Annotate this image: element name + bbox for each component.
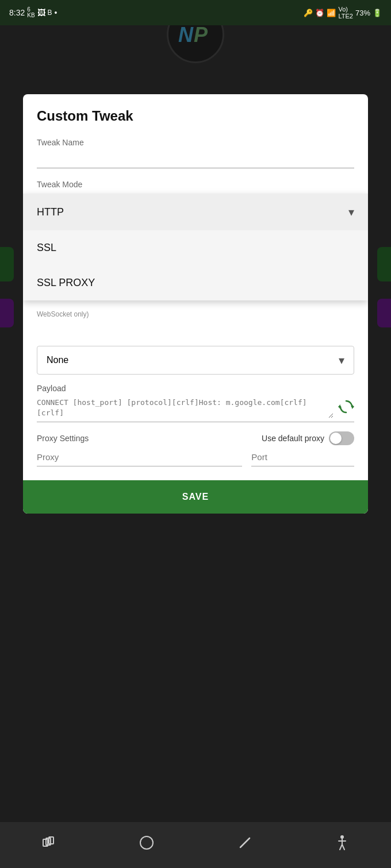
svg-line-15: [340, 844, 342, 850]
proxy-input[interactable]: [37, 452, 242, 462]
use-default-row: Use default proxy: [262, 431, 354, 445]
dropdown-open-panel: HTTP SSL SSL PROXY: [23, 194, 368, 300]
toggle-knob: [330, 433, 342, 444]
payload-label: Payload: [37, 384, 354, 393]
svg-line-16: [342, 844, 344, 850]
payload-input-row: [37, 398, 354, 422]
key-icon: 🔑: [304, 9, 313, 17]
second-dropdown-section: WebSocket only) None: [37, 310, 354, 375]
dialog-title: Custom Tweak: [37, 108, 354, 124]
battery-percent: 73%: [355, 9, 370, 17]
nav-accessibility[interactable]: [335, 835, 349, 851]
dropdown-item-ssl[interactable]: SSL: [23, 230, 368, 265]
http-option-label: HTTP: [37, 206, 64, 218]
use-default-proxy-toggle[interactable]: [329, 431, 354, 445]
nav-recent[interactable]: [42, 836, 56, 850]
signal-strength: Vo)LTE2: [338, 6, 352, 20]
save-button[interactable]: SAVE: [23, 480, 368, 514]
data-speed: 6KB: [27, 7, 34, 18]
ssl-option-label: SSL: [37, 242, 56, 254]
payload-section: Payload: [37, 384, 354, 422]
svg-marker-5: [352, 404, 354, 409]
dropdown-item-http[interactable]: HTTP: [23, 194, 368, 230]
tweak-mode-label: Tweak Mode: [37, 180, 354, 189]
payload-input[interactable]: [37, 398, 334, 418]
nav-back[interactable]: [238, 836, 252, 850]
tweak-name-input[interactable]: [37, 151, 354, 168]
refresh-icon[interactable]: [338, 399, 354, 418]
time: 8:32: [9, 8, 25, 17]
none-dropdown[interactable]: None: [37, 346, 354, 375]
dropdown-item-ssl-proxy[interactable]: SSL PROXY: [23, 265, 368, 300]
proxy-port-row: [37, 452, 354, 466]
notification-icon: B: [48, 9, 52, 17]
tweak-name-label: Tweak Name: [37, 138, 354, 147]
gallery-icon: 🖼: [37, 8, 45, 17]
use-default-proxy-label: Use default proxy: [262, 434, 324, 443]
custom-tweak-dialog: Custom Tweak Tweak Name Tweak Mode HTTP …: [23, 94, 368, 514]
tweak-mode-dropdown[interactable]: HTTP SSL SSL PROXY: [37, 194, 354, 306]
status-bar: 8:32 6KB 🖼 B • 🔑 ⏰ 📶 Vo)LTE2 73% 🔋: [0, 0, 391, 25]
battery-icon: 🔋: [373, 9, 382, 17]
proxy-settings-row: Proxy Settings Use default proxy: [37, 431, 354, 445]
proxy-settings-label: Proxy Settings: [37, 434, 89, 443]
websocket-label: WebSocket only): [37, 310, 354, 318]
wifi-icon: 📶: [327, 9, 336, 17]
svg-line-11: [240, 838, 250, 847]
alarm-icon: ⏰: [315, 9, 324, 17]
chevron-down-icon: [348, 205, 354, 219]
nav-home[interactable]: [139, 835, 154, 850]
status-bar-right: 🔑 ⏰ 📶 Vo)LTE2 73% 🔋: [304, 6, 382, 20]
proxy-input-wrap: [37, 452, 242, 466]
dot-indicator: •: [55, 8, 57, 17]
port-input-wrap: [251, 452, 354, 466]
svg-point-10: [140, 836, 153, 849]
svg-marker-6: [338, 404, 340, 409]
ssl-proxy-option-label: SSL PROXY: [37, 277, 95, 289]
status-bar-left: 8:32 6KB 🖼 B •: [9, 7, 57, 18]
none-value: None: [47, 355, 68, 365]
chevron-down-icon-2: [339, 353, 344, 367]
nav-bar: [0, 822, 391, 868]
port-input[interactable]: [251, 452, 354, 462]
